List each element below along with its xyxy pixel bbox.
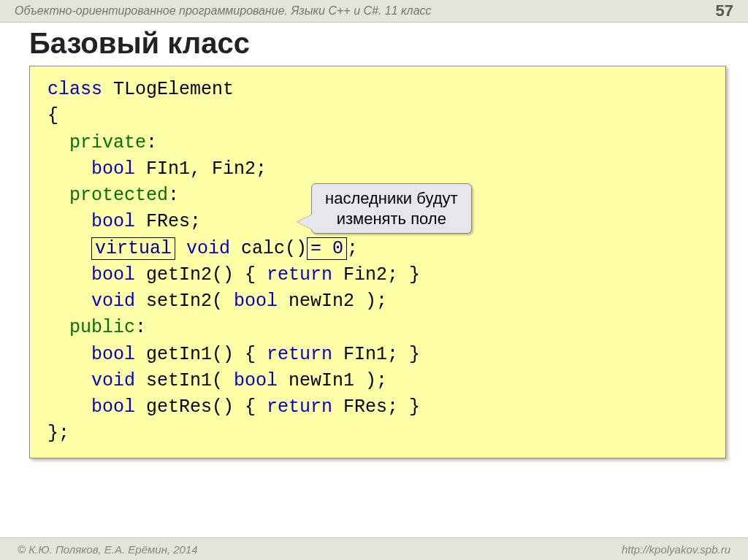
priv-fields: FIn1, Fin2; (135, 158, 267, 180)
callout-box: наследники будутизменять поле (311, 183, 472, 234)
getin1-sig: getIn1() { (135, 344, 267, 365)
getin2-sig: getIn2() { (135, 264, 267, 285)
callout-line2: изменять поле (337, 210, 446, 228)
kw-public: public (69, 317, 135, 338)
kw-return: return (267, 264, 332, 285)
copyright: © К.Ю. Поляков, Е.А. Ерёмин, 2014 (18, 543, 198, 556)
slide: Объектно-ориентированное программировани… (0, 0, 748, 560)
colon: : (135, 317, 146, 338)
slide-title: Базовый класс (29, 27, 748, 60)
setin2-rest: newIn2 ); (278, 291, 387, 312)
setin2-sig: setIn2( (135, 291, 234, 312)
kw-bool: bool (91, 211, 135, 232)
footer-url: http://kpolyakov.spb.ru (622, 543, 730, 556)
kw-bool: bool (234, 370, 278, 391)
code-block: class TLogElement { private: bool FIn1, … (29, 66, 726, 459)
setin1-sig: setIn1( (135, 370, 234, 391)
kw-private: private (69, 132, 146, 153)
brace-open: { (47, 105, 58, 126)
footer-bar: © К.Ю. Поляков, Е.А. Ерёмин, 2014 http:/… (0, 537, 748, 560)
kw-bool: bool (234, 291, 278, 312)
course-title: Объектно-ориентированное программировани… (15, 4, 432, 18)
brace-close: }; (47, 423, 69, 444)
class-name: TLogElement (102, 79, 234, 100)
kw-return: return (267, 344, 332, 365)
kw-protected: protected (69, 185, 168, 206)
kw-bool: bool (91, 264, 135, 285)
callout-line1: наследники будут (325, 189, 458, 207)
kw-void: void (91, 291, 135, 312)
kw-bool: bool (91, 396, 135, 418)
getres-rest: FRes; } (332, 396, 420, 418)
kw-bool: bool (91, 158, 135, 180)
getin1-rest: FIn1; } (332, 344, 420, 365)
kw-bool: bool (91, 344, 135, 365)
setin1-rest: newIn1 ); (278, 370, 387, 391)
kw-virtual-boxed: virtual (91, 237, 175, 260)
kw-return: return (267, 396, 332, 418)
header-bar: Объектно-ориентированное программировани… (0, 0, 748, 23)
eq-zero-boxed: = 0 (307, 237, 347, 260)
colon: : (168, 185, 179, 206)
kw-void: void (175, 238, 230, 259)
kw-class: class (47, 79, 102, 100)
fres-decl: FRes; (135, 211, 201, 232)
colon: : (146, 132, 157, 153)
kw-void: void (91, 370, 135, 391)
semi: ; (347, 238, 358, 259)
page-number: 57 (716, 1, 733, 20)
getres-sig: getRes() { (135, 396, 267, 418)
getin2-rest: Fin2; } (332, 264, 420, 285)
calc-name: calc() (230, 238, 307, 259)
